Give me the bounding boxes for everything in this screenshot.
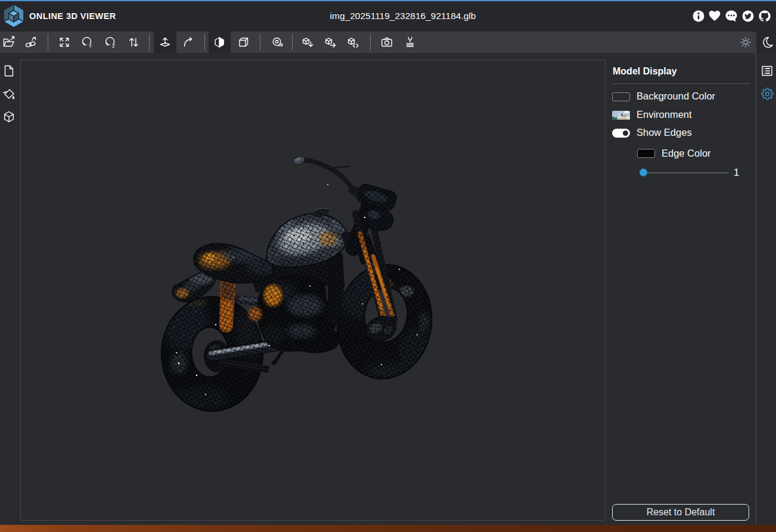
svg-text:Y: Y xyxy=(89,43,92,49)
svg-text:Z: Z xyxy=(112,43,115,49)
